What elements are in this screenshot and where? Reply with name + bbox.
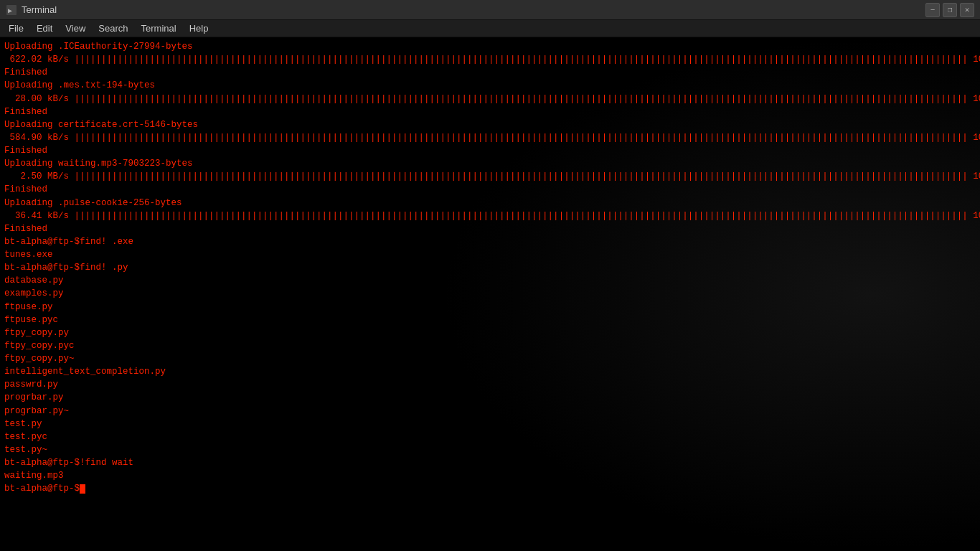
terminal-line: ftpuse.py — [4, 301, 976, 314]
title-bar-controls: − ❐ ✕ — [925, 3, 974, 17]
terminal-line: ftpy_copy.py — [4, 326, 976, 339]
terminal-line: Finished — [4, 222, 976, 235]
terminal-line: 36.41 kB/s |||||||||||||||||||||||||||||… — [4, 209, 976, 222]
terminal-line: bt-alpha@ftp-$find! .py — [4, 261, 976, 274]
terminal-line: Finished — [4, 105, 976, 118]
terminal-line: Finished — [4, 66, 976, 79]
menu-item-terminal[interactable]: Terminal — [136, 22, 182, 35]
terminal-line: Finished — [4, 183, 976, 196]
terminal-line: intelligent_text_completion.py — [4, 365, 976, 378]
terminal-line: waiting.mp3 — [4, 469, 976, 482]
terminal-line: Uploading .ICEauthority-27994-bytes — [4, 40, 976, 53]
terminal-line: Uploading .mes.txt-194-bytes — [4, 79, 976, 92]
terminal-line: bt-alpha@ftp-$find! .exe — [4, 235, 976, 248]
restore-button[interactable]: ❐ — [943, 3, 957, 17]
terminal-line: progrbar.py~ — [4, 405, 976, 418]
title-bar-title: Terminal — [22, 4, 57, 15]
terminal-line: ftpy_copy.py~ — [4, 352, 976, 365]
terminal-line: Finished — [4, 144, 976, 157]
terminal-line: ftpuse.pyc — [4, 314, 976, 326]
terminal-line: bt-alpha@ftp-$!find wait — [4, 456, 976, 469]
terminal-icon: ▶ — [6, 4, 17, 16]
terminal-line: 28.00 kB/s |||||||||||||||||||||||||||||… — [4, 93, 976, 105]
terminal-line: progrbar.py — [4, 391, 976, 404]
close-button[interactable]: ✕ — [960, 3, 974, 17]
minimize-button[interactable]: − — [925, 3, 940, 17]
terminal-body[interactable]: Uploading .ICEauthority-27994-bytes 622.… — [0, 37, 980, 551]
terminal-cursor — [80, 484, 85, 494]
terminal-line: test.py — [4, 418, 976, 430]
menu-item-edit[interactable]: Edit — [31, 22, 58, 35]
terminal-line: Uploading certificate.crt-5146-bytes — [4, 118, 976, 131]
menu-item-file[interactable]: File — [3, 22, 29, 35]
terminal-line: passwrd.py — [4, 378, 976, 391]
menu-item-view[interactable]: View — [60, 22, 91, 35]
menu-item-search[interactable]: Search — [93, 22, 133, 35]
terminal-line: 584.90 kB/s ||||||||||||||||||||||||||||… — [4, 131, 976, 144]
terminal-line: Uploading waiting.mp3-7903223-bytes — [4, 157, 976, 170]
terminal-content: Uploading .ICEauthority-27994-bytes 622.… — [4, 40, 976, 495]
terminal-line: bt-alpha@ftp-$ — [4, 482, 976, 495]
title-bar: ▶ Terminal − ❐ ✕ — [0, 0, 980, 20]
terminal-line: ftpy_copy.pyc — [4, 339, 976, 352]
terminal-line: database.py — [4, 274, 976, 287]
menu-item-help[interactable]: Help — [184, 22, 215, 35]
menu-bar: FileEditViewSearchTerminalHelp — [0, 20, 980, 37]
terminal-line: examples.py — [4, 287, 976, 300]
terminal-line: tunes.exe — [4, 248, 976, 261]
terminal-line: test.py~ — [4, 443, 976, 456]
terminal-line: 622.02 kB/s ||||||||||||||||||||||||||||… — [4, 53, 976, 66]
title-bar-left: ▶ Terminal — [6, 4, 57, 16]
terminal-line: test.pyc — [4, 430, 976, 443]
terminal-line: Uploading .pulse-cookie-256-bytes — [4, 197, 976, 209]
terminal-line: 2.50 MB/s ||||||||||||||||||||||||||||||… — [4, 170, 976, 183]
svg-text:▶: ▶ — [8, 6, 12, 14]
